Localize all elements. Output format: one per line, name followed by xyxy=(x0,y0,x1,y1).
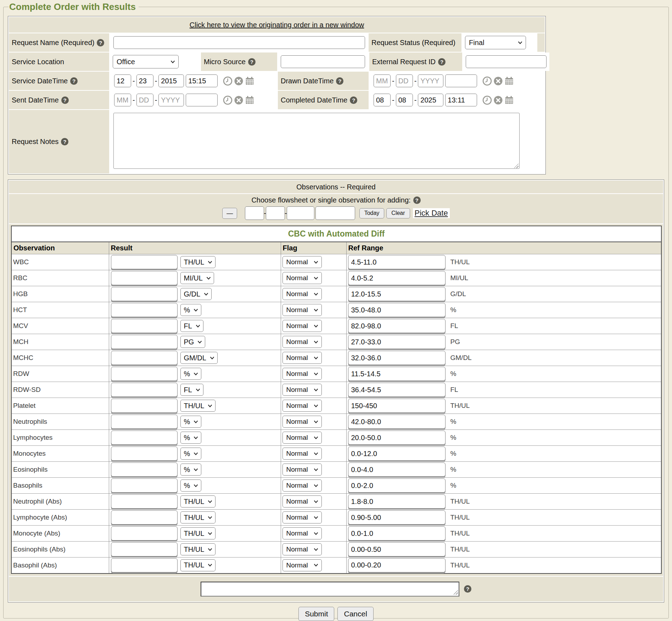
ref-range-input[interactable] xyxy=(348,319,446,333)
request-name-input[interactable] xyxy=(113,36,365,49)
result-input[interactable] xyxy=(111,415,178,429)
result-input[interactable] xyxy=(111,271,178,285)
help-icon[interactable] xyxy=(70,77,78,85)
result-input[interactable] xyxy=(111,510,178,525)
result-unit-select[interactable]: FL xyxy=(180,384,203,396)
clock-icon[interactable] xyxy=(482,95,492,105)
ref-range-input[interactable] xyxy=(348,335,446,349)
micro-source-input[interactable] xyxy=(281,55,365,68)
flag-select[interactable]: Normal xyxy=(282,368,322,380)
picker-month-input[interactable] xyxy=(245,206,264,220)
request-notes-textarea[interactable] xyxy=(113,113,520,169)
result-unit-select[interactable]: TH/UL xyxy=(180,543,216,555)
result-unit-select[interactable]: TH/UL xyxy=(180,495,216,508)
service-year-input[interactable] xyxy=(158,74,184,87)
drawn-year-input[interactable] xyxy=(418,74,443,87)
flag-select[interactable]: Normal xyxy=(282,288,322,300)
result-unit-select[interactable]: G/DL xyxy=(180,288,212,300)
sent-time-input[interactable] xyxy=(186,94,218,106)
drawn-time-input[interactable] xyxy=(445,74,477,87)
result-input[interactable] xyxy=(111,319,178,333)
result-input[interactable] xyxy=(111,431,178,445)
result-input[interactable] xyxy=(111,478,178,493)
flag-select[interactable]: Normal xyxy=(282,559,322,571)
drawn-month-input[interactable] xyxy=(374,74,391,87)
pick-date-link[interactable]: Pick Date xyxy=(413,208,450,218)
flag-select[interactable]: Normal xyxy=(282,320,322,332)
calendar-icon[interactable] xyxy=(504,76,514,86)
clear-button[interactable]: Clear xyxy=(386,208,410,218)
help-icon[interactable] xyxy=(97,39,104,46)
help-icon[interactable] xyxy=(248,58,256,66)
result-unit-select[interactable]: FL xyxy=(180,320,203,332)
ref-range-input[interactable] xyxy=(348,367,446,381)
picker-time-input[interactable] xyxy=(315,206,355,220)
result-input[interactable] xyxy=(111,287,178,301)
sent-day-input[interactable] xyxy=(136,94,153,106)
result-input[interactable] xyxy=(111,526,178,540)
ref-range-input[interactable] xyxy=(348,462,446,477)
clock-icon[interactable] xyxy=(223,95,233,105)
flag-select[interactable]: Normal xyxy=(282,336,322,348)
flag-select[interactable]: Normal xyxy=(282,448,322,460)
result-input[interactable] xyxy=(111,447,178,461)
clear-datetime-icon[interactable] xyxy=(234,95,243,105)
ref-range-input[interactable] xyxy=(348,303,446,317)
ref-range-input[interactable] xyxy=(348,415,446,429)
result-unit-select[interactable]: PG xyxy=(180,336,206,348)
clear-datetime-icon[interactable] xyxy=(493,76,503,86)
calendar-icon[interactable] xyxy=(504,95,514,105)
completed-time-input[interactable] xyxy=(445,94,477,106)
flag-select[interactable]: Normal xyxy=(282,495,322,508)
result-input[interactable] xyxy=(111,383,178,397)
ref-range-input[interactable] xyxy=(348,558,446,572)
today-button[interactable]: Today xyxy=(359,208,385,218)
help-icon[interactable] xyxy=(464,585,471,593)
result-input[interactable] xyxy=(111,399,178,413)
ref-range-input[interactable] xyxy=(348,478,446,493)
clock-icon[interactable] xyxy=(223,76,233,86)
result-unit-select[interactable]: % xyxy=(180,464,202,476)
ref-range-input[interactable] xyxy=(348,494,446,509)
remove-flowsheet-button[interactable]: — xyxy=(222,208,237,219)
result-input[interactable] xyxy=(111,367,178,381)
result-unit-select[interactable]: % xyxy=(180,448,202,460)
flag-select[interactable]: Normal xyxy=(282,272,322,284)
drawn-day-input[interactable] xyxy=(396,74,413,87)
result-unit-select[interactable]: % xyxy=(180,479,202,492)
flag-select[interactable]: Normal xyxy=(282,511,322,523)
completed-month-input[interactable] xyxy=(374,94,391,106)
service-time-input[interactable] xyxy=(186,74,218,87)
external-request-id-input[interactable] xyxy=(466,55,547,68)
flag-select[interactable]: Normal xyxy=(282,432,322,444)
result-unit-select[interactable]: % xyxy=(180,368,202,380)
ref-range-input[interactable] xyxy=(348,510,446,525)
result-unit-select[interactable]: TH/UL xyxy=(180,400,216,412)
calendar-icon[interactable] xyxy=(245,95,254,105)
flag-select[interactable]: Normal xyxy=(282,416,322,428)
completed-year-input[interactable] xyxy=(418,94,443,106)
ref-range-input[interactable] xyxy=(348,526,446,540)
view-originating-order-link[interactable]: Click here to view the originating order… xyxy=(190,21,364,29)
result-unit-select[interactable]: GM/DL xyxy=(180,352,218,364)
flag-select[interactable]: Normal xyxy=(282,527,322,539)
result-unit-select[interactable]: TH/UL xyxy=(180,256,216,268)
result-unit-select[interactable]: % xyxy=(180,432,202,444)
ref-range-input[interactable] xyxy=(348,447,446,461)
flag-select[interactable]: Normal xyxy=(282,543,322,555)
result-unit-select[interactable]: TH/UL xyxy=(180,511,216,523)
ref-range-input[interactable] xyxy=(348,271,446,285)
calendar-icon[interactable] xyxy=(245,76,254,86)
ref-range-input[interactable] xyxy=(348,431,446,445)
flag-select[interactable]: Normal xyxy=(282,384,322,396)
flag-select[interactable]: Normal xyxy=(282,352,322,364)
clock-icon[interactable] xyxy=(482,76,492,86)
completed-day-input[interactable] xyxy=(396,94,413,106)
result-input[interactable] xyxy=(111,303,178,317)
flag-select[interactable]: Normal xyxy=(282,464,322,476)
result-unit-select[interactable]: MI/UL xyxy=(180,272,214,284)
sent-month-input[interactable] xyxy=(114,94,131,106)
help-icon[interactable] xyxy=(413,196,421,204)
result-input[interactable] xyxy=(111,494,178,509)
result-input[interactable] xyxy=(111,558,178,572)
